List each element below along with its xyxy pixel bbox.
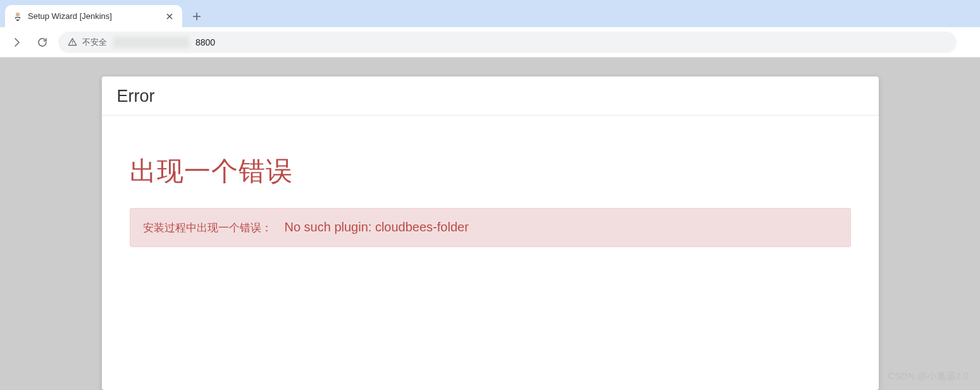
forward-button[interactable] [8, 33, 27, 52]
svg-point-0 [16, 12, 20, 16]
modal-title: Error [117, 87, 864, 106]
modal-header: Error [102, 76, 879, 116]
new-tab-button[interactable] [187, 7, 206, 26]
url-suffix: 8800 [195, 37, 215, 47]
watermark: CSDN @小邋遢2.0 [888, 370, 969, 382]
tab-title: Setup Wizard [Jenkins] [28, 11, 159, 21]
error-heading: 出现一个错误 [130, 154, 851, 189]
not-secure-icon [67, 37, 77, 47]
url-redacted [113, 37, 189, 48]
reload-button[interactable] [33, 33, 52, 52]
browser-tab[interactable]: Setup Wizard [Jenkins] [5, 5, 182, 27]
address-bar[interactable]: 不安全 8800 [58, 32, 957, 53]
modal-body: 出现一个错误 安装过程中出现一个错误： No such plugin: clou… [102, 116, 879, 275]
svg-point-2 [71, 44, 72, 44]
browser-toolbar: 不安全 8800 [0, 27, 980, 58]
error-alert-message: No such plugin: cloudbees-folder [285, 220, 469, 235]
browser-tab-strip: Setup Wizard [Jenkins] [0, 0, 980, 27]
jenkins-favicon [13, 11, 23, 21]
security-label: 不安全 [82, 37, 107, 48]
error-modal: Error 出现一个错误 安装过程中出现一个错误： No such plugin… [102, 76, 879, 390]
error-alert-label: 安装过程中出现一个错误： [143, 221, 272, 235]
error-alert: 安装过程中出现一个错误： No such plugin: cloudbees-f… [130, 208, 851, 247]
page-viewport: Error 出现一个错误 安装过程中出现一个错误： No such plugin… [0, 58, 980, 390]
tab-close-icon[interactable] [164, 11, 175, 21]
